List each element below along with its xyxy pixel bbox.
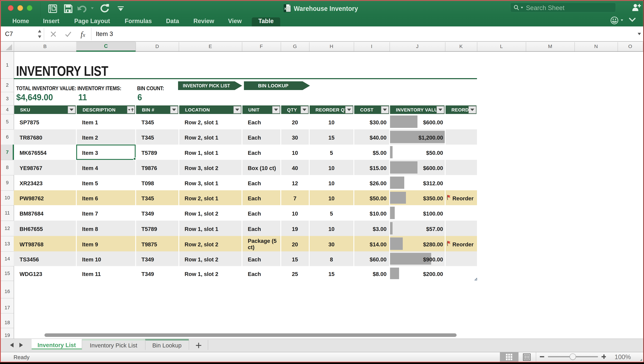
svg-text:x: x [284, 6, 286, 11]
